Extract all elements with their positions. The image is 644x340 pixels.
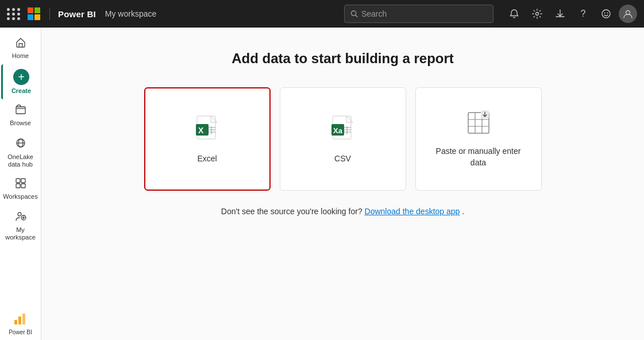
- app-name: Power BI: [58, 9, 96, 19]
- microsoft-logo: [28, 7, 40, 20]
- sidebar-item-browse-label: Browse: [10, 119, 31, 127]
- sidebar-item-workspaces[interactable]: Workspaces: [1, 173, 40, 205]
- sidebar-item-onelake[interactable]: OneLake data hub: [1, 132, 40, 173]
- svg-point-15: [18, 212, 21, 216]
- powerbi-bottom-icon: [12, 311, 28, 327]
- svg-rect-7: [16, 107, 25, 114]
- sidebar-item-onelake-label: OneLake data hub: [7, 153, 33, 168]
- footer-text: Don't see the source you're looking for?…: [76, 207, 610, 216]
- csv-card-label: CSV: [334, 154, 351, 163]
- top-navigation: Power BI My workspace: [0, 0, 644, 28]
- topnav-actions: ?: [504, 3, 637, 24]
- sidebar-item-create-label: Create: [11, 87, 31, 95]
- sidebar-item-create[interactable]: + Create: [1, 64, 40, 99]
- paste-card-label: Paste or manually enter data: [436, 146, 521, 168]
- search-bar[interactable]: [344, 5, 493, 23]
- svg-rect-13: [16, 184, 20, 188]
- nav-divider: [49, 8, 50, 20]
- sidebar: Home + Create Browse OneLake data hub: [0, 28, 41, 340]
- svg-rect-12: [21, 179, 25, 183]
- svg-point-2: [536, 13, 539, 16]
- home-icon: [15, 37, 26, 50]
- download-desktop-link[interactable]: Download the desktop app: [365, 207, 460, 216]
- powerbi-bottom-label: Power BI: [9, 329, 32, 335]
- footer-text-after: .: [462, 207, 464, 216]
- svg-point-5: [607, 13, 608, 14]
- download-button[interactable]: [550, 3, 570, 24]
- svg-text:Xa: Xa: [333, 126, 343, 135]
- svg-point-3: [602, 10, 610, 18]
- footer-text-before: Don't see the source you're looking for?: [221, 207, 363, 216]
- help-button[interactable]: ?: [573, 3, 593, 24]
- svg-line-1: [356, 15, 357, 17]
- sidebar-item-myworkspace[interactable]: My workspace: [1, 205, 40, 246]
- sidebar-item-home[interactable]: Home: [1, 32, 40, 64]
- excel-card-label: Excel: [197, 154, 217, 163]
- data-source-cards: X Excel Xa: [76, 87, 610, 191]
- workspaces-icon: [15, 177, 26, 191]
- paste-icon: [465, 109, 492, 137]
- app-launcher-icon[interactable]: [7, 8, 21, 20]
- svg-rect-14: [21, 184, 25, 188]
- csv-icon: Xa: [329, 115, 357, 145]
- sidebar-item-workspaces-label: Workspaces: [3, 193, 37, 200]
- sidebar-bottom: Power BI: [9, 311, 32, 335]
- settings-button[interactable]: [527, 3, 547, 24]
- svg-rect-19: [22, 314, 25, 324]
- workspace-label[interactable]: My workspace: [105, 9, 156, 18]
- csv-card[interactable]: Xa CSV: [280, 87, 406, 191]
- svg-rect-18: [18, 316, 21, 324]
- sidebar-item-browse[interactable]: Browse: [1, 99, 40, 132]
- excel-card[interactable]: X Excel: [144, 87, 271, 191]
- svg-rect-11: [16, 179, 20, 183]
- main-content: Add data to start building a report X: [41, 28, 644, 340]
- user-avatar[interactable]: [619, 5, 637, 23]
- svg-point-4: [604, 13, 606, 14]
- search-icon: [350, 10, 358, 18]
- svg-text:X: X: [198, 126, 204, 135]
- browse-icon: [15, 104, 26, 117]
- create-icon: +: [13, 69, 29, 85]
- notifications-button[interactable]: [504, 3, 525, 24]
- excel-icon: X: [194, 115, 221, 145]
- page-title: Add data to start building a report: [76, 51, 610, 67]
- feedback-button[interactable]: [596, 3, 616, 24]
- sidebar-item-home-label: Home: [12, 52, 29, 60]
- powerbi-bottom-item[interactable]: Power BI: [9, 311, 32, 335]
- myworkspace-icon: [14, 210, 27, 224]
- svg-rect-17: [14, 320, 17, 324]
- sidebar-item-myworkspace-label: My workspace: [5, 226, 36, 241]
- search-input[interactable]: [361, 9, 487, 18]
- onelake-icon: [14, 137, 27, 151]
- paste-card[interactable]: Paste or manually enter data: [415, 87, 542, 191]
